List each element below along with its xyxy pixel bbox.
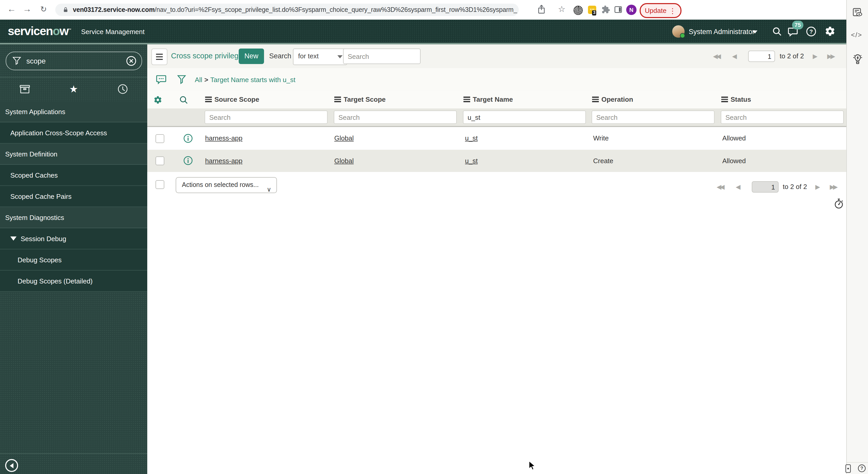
scroll-widget-icon[interactable]	[845, 464, 851, 474]
filter-status-input[interactable]	[721, 110, 844, 124]
sidebar-section-system-applications[interactable]: System Applications	[0, 101, 147, 123]
column-header-target-name[interactable]: Target Name	[463, 96, 513, 103]
previous-page-button[interactable]: ◀	[732, 50, 737, 62]
browser-update-button[interactable]: Update ⋮	[640, 3, 681, 18]
personalize-list-gear-icon[interactable]	[153, 96, 162, 106]
breadcrumb-condition-link[interactable]: Target Name starts with u_st	[210, 76, 295, 83]
column-label: Operation	[601, 96, 633, 103]
column-header-source-scope[interactable]: Source Scope	[205, 96, 259, 103]
user-menu-caret-icon[interactable]	[752, 30, 757, 34]
browser-profile-avatar[interactable]: N	[626, 5, 637, 15]
sidebar-section-system-diagnostics[interactable]: System Diagnostics	[0, 207, 147, 228]
new-record-button[interactable]: New	[239, 48, 264, 64]
cell-status: Allowed	[722, 157, 746, 165]
sidebar-group-session-debug[interactable]: Session Debug	[0, 228, 147, 249]
settings-gear-icon[interactable]	[825, 26, 835, 38]
servicenow-window: ← → ↻ ven03172.service-now.com/nav_to.do…	[0, 0, 868, 474]
collapse-triangle-icon[interactable]	[10, 236, 17, 241]
next-page-button[interactable]: ▶	[815, 181, 820, 193]
column-menu-icon[interactable]	[592, 97, 599, 102]
tab-all-applications[interactable]	[0, 77, 49, 101]
right-utility-rail: </> ?	[846, 0, 868, 474]
sidebar-item-debug-scopes[interactable]: Debug Scopes	[0, 249, 147, 271]
last-page-button[interactable]: ▶▶	[830, 181, 836, 193]
cell-target-scope-link[interactable]: Global	[334, 134, 354, 142]
sidebar-item-label: Debug Scopes	[18, 256, 62, 264]
idea-lightbulb-icon[interactable]	[852, 53, 863, 67]
code-panel-icon[interactable]: </>	[851, 31, 862, 39]
select-all-checkbox[interactable]	[156, 180, 164, 189]
cell-source-scope-link[interactable]: harness-app	[205, 134, 243, 142]
reading-list-icon[interactable]	[852, 8, 863, 19]
column-menu-icon[interactable]	[334, 97, 341, 102]
filter-target-scope-input[interactable]	[334, 110, 457, 124]
url-domain: ven03172.service-now.com	[73, 6, 155, 13]
breadcrumb-separator: >	[202, 76, 210, 83]
bookmark-star-icon[interactable]: ☆	[558, 4, 565, 14]
page-number-input[interactable]	[748, 50, 775, 62]
collapse-sidebar-button[interactable]	[5, 459, 18, 472]
row-info-icon[interactable]	[183, 134, 193, 144]
share-icon[interactable]	[537, 5, 546, 16]
column-header-status[interactable]: Status	[721, 96, 751, 103]
user-avatar[interactable]	[672, 25, 685, 38]
browser-menu-icon[interactable]: ⋮	[669, 6, 676, 15]
previous-page-button[interactable]: ◀	[736, 181, 740, 193]
global-search-icon[interactable]	[772, 26, 782, 38]
tab-history[interactable]	[98, 77, 147, 101]
search-type-select[interactable]: for text	[293, 48, 347, 65]
side-panel-icon[interactable]	[614, 5, 623, 15]
response-time-stopwatch-icon[interactable]	[834, 198, 844, 211]
last-page-button[interactable]: ▶▶	[827, 50, 834, 62]
first-page-button[interactable]: ◀◀	[713, 50, 719, 62]
first-page-button[interactable]: ◀◀	[717, 181, 723, 193]
extensions-puzzle-icon[interactable]	[601, 5, 610, 15]
browser-back-icon[interactable]: ←	[7, 4, 16, 15]
extension-yellow-icon[interactable]: ⋯3	[588, 6, 596, 14]
table-row[interactable]: harness-app Global u_st Create Allowed	[147, 150, 846, 172]
list-search-input[interactable]	[343, 48, 421, 64]
row-checkbox[interactable]	[156, 134, 164, 143]
row-checkbox[interactable]	[156, 157, 164, 165]
table-row[interactable]: harness-app Global u_st Write Allowed	[147, 127, 846, 150]
cell-source-scope-link[interactable]: harness-app	[205, 157, 243, 165]
column-menu-icon[interactable]	[463, 97, 470, 102]
row-info-icon[interactable]	[183, 156, 193, 167]
column-header-target-scope[interactable]: Target Scope	[334, 96, 386, 103]
page-number-input[interactable]	[752, 181, 779, 193]
breadcrumb-funnel-icon[interactable]	[177, 75, 186, 86]
actions-on-selected-rows-select[interactable]: Actions on selected rows...∨	[176, 177, 277, 193]
clear-filter-icon[interactable]	[126, 56, 136, 66]
column-menu-icon[interactable]	[721, 97, 728, 102]
extension-sunburst-icon[interactable]	[574, 6, 583, 15]
list-chat-icon[interactable]	[156, 74, 167, 87]
tab-favorites[interactable]: ★	[49, 77, 98, 101]
list-title[interactable]: Cross scope privileges	[171, 52, 246, 60]
navigator-filter-input[interactable]	[25, 56, 126, 66]
sidebar-item-scoped-cache-pairs[interactable]: Scoped Cache Pairs	[0, 186, 147, 207]
filter-operation-input[interactable]	[592, 110, 715, 124]
address-bar[interactable]: ven03172.service-now.com/nav_to.do?uri=%…	[55, 4, 519, 16]
user-menu[interactable]: System Administrator	[689, 28, 754, 36]
filter-source-scope-input[interactable]	[205, 110, 328, 124]
list-context-menu-button[interactable]	[151, 48, 167, 65]
column-search-toggle-icon[interactable]	[179, 96, 188, 106]
sidebar-item-application-cross-scope-access[interactable]: Application Cross-Scope Access	[0, 123, 147, 143]
column-menu-icon[interactable]	[205, 97, 212, 102]
sidebar-section-system-definition[interactable]: System Definition	[0, 143, 147, 165]
column-header-operation[interactable]: Operation	[592, 96, 633, 103]
browser-reload-icon[interactable]: ↻	[40, 4, 47, 15]
column-label: Source Scope	[214, 96, 259, 103]
breadcrumb-all-link[interactable]: All	[195, 76, 202, 83]
sidebar-item-debug-scopes-detailed[interactable]: Debug Scopes (Detailed)	[0, 271, 147, 292]
sidebar-item-scoped-caches[interactable]: Scoped Caches	[0, 165, 147, 186]
browser-forward-icon[interactable]: →	[23, 4, 32, 15]
help-circle-icon[interactable]: ?	[858, 464, 866, 474]
help-icon[interactable]: ?	[806, 26, 816, 38]
filter-target-name-input[interactable]	[463, 110, 586, 124]
cell-target-name-link[interactable]: u_st	[465, 157, 478, 165]
cell-target-scope-link[interactable]: Global	[334, 157, 354, 165]
next-page-button[interactable]: ▶	[813, 50, 817, 62]
navigator-filter[interactable]	[6, 52, 142, 70]
cell-target-name-link[interactable]: u_st	[465, 134, 478, 142]
